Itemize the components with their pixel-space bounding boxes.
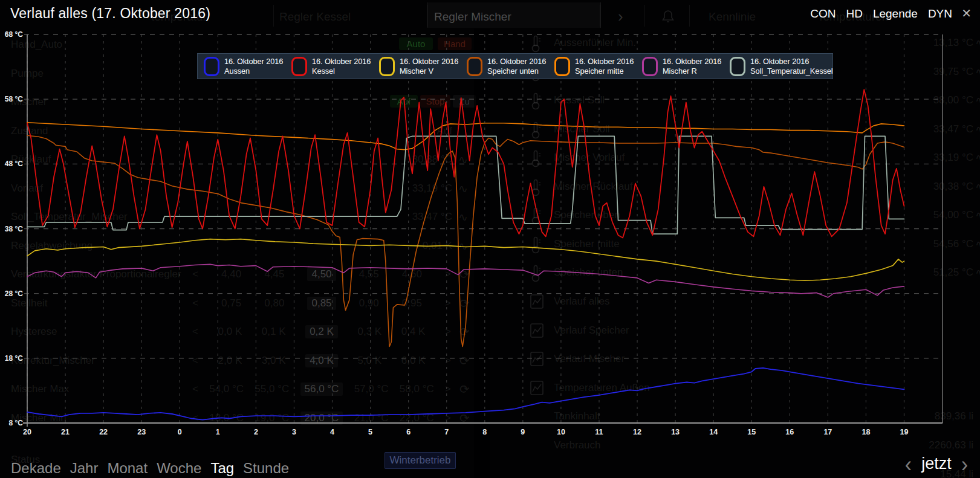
next-icon[interactable]: › (961, 454, 968, 474)
background-value-soll-temperatur-mischer: 33,47 °C (337, 211, 452, 223)
background-row-steilheit: Steilheit (11, 297, 47, 309)
background-carousel-hysterese: <0,0 K0,1 K0,2 K0,3 K0,4 K> (192, 325, 451, 338)
background-tab-separator (427, 5, 427, 27)
carousel-value: 2,0 K (218, 355, 242, 367)
x-tick-label: 17 (823, 428, 832, 436)
background-chart-icon (530, 322, 544, 341)
carousel-value: 22,0 °C (400, 412, 434, 424)
legend-item-speicher-mitte[interactable]: 16. Oktober 2016Speicher mitte (554, 57, 642, 76)
background-row-speicher-oben: Speicher oben (554, 209, 620, 221)
background-alarm-bell-icon (660, 8, 676, 27)
background-value-mischer-soll: 33,47 °C (858, 123, 973, 135)
legend-item-soll-temperatur-kessel[interactable]: 16. Oktober 2016Soll_Temperatur_Kessel (730, 57, 833, 76)
background-row-hysterese: Hysterese (11, 326, 57, 338)
toolbar-dyn[interactable]: DYN (928, 7, 952, 21)
carousel-value: 5,0 K (357, 355, 381, 367)
sparkline-icon: ∿ (975, 266, 980, 280)
legend-item-speicher-unten[interactable]: 16. Oktober 2016Speicher unten (467, 57, 554, 76)
period-selector: DekadeJahrMonatWocheTagStunde (11, 460, 289, 477)
background-row-mischer-soll: Mischer Soll (554, 123, 610, 135)
carousel-value: 4,55 (359, 268, 379, 280)
background-row-mischer-vorlauf: Mischer Vorlauf (554, 152, 625, 164)
legend-label: 16. Oktober 2016Mischer V (400, 57, 458, 76)
toolbar-con[interactable]: CON (810, 7, 836, 21)
chart-toolbar: CONHDLegendeDYN (810, 7, 952, 21)
x-tick-label: 15 (747, 428, 756, 436)
x-tick-label: 0 (178, 428, 182, 436)
background-selected-tab-box (427, 2, 601, 28)
period-monat[interactable]: Monat (107, 460, 148, 477)
toolbar-legende[interactable]: Legende (873, 7, 918, 21)
background-value-zustand: Auf (337, 125, 452, 137)
carousel-value: 0,3 K (357, 326, 381, 338)
y-tick-label: 48 °C (5, 160, 23, 168)
background-row-soll-temperatur-mischer: Soll_Temperatur_Mischer (11, 211, 128, 223)
background-row-r-cklauf: Rücklauf (11, 153, 51, 166)
carousel-value: 0,1 K (262, 326, 286, 338)
prev-icon[interactable]: ‹ (905, 454, 912, 474)
x-tick-label: 13 (671, 428, 680, 436)
background-row-korrektur-mischer: Korrektur_Mischer (11, 355, 95, 367)
period-tag[interactable]: Tag (210, 460, 234, 477)
background-thermometer-icon (530, 236, 542, 256)
refresh-icon: ⟳ (459, 296, 470, 311)
sparkline-icon: ∿ (975, 94, 980, 108)
carousel-prev-icon: < (192, 412, 198, 424)
now-button[interactable]: jetzt (921, 454, 952, 473)
background-carousel-mischer-max: <54,0 °C55,0 °C56,0 °C57,0 °C58,0 °C> (192, 383, 451, 396)
background-button-hand: Hand (438, 37, 472, 50)
period-stunde[interactable]: Stunde (243, 460, 289, 477)
series-speicher-mitte (27, 123, 904, 150)
carousel-value: 58,0 °C (400, 383, 434, 395)
carousel-value: 6,0 K (401, 355, 426, 367)
sparkline-icon: ∿ (458, 182, 468, 196)
background-value-mischer-vorlauf: 33,19 °C (858, 152, 973, 164)
close-icon[interactable]: ✕ (961, 6, 972, 21)
background-thermometer-icon (530, 264, 542, 285)
legend-swatch-speicher-unten (467, 57, 482, 76)
sparkline-icon: ∿ (458, 153, 468, 167)
background-value-kessel-ist: 39,75 °C (858, 66, 973, 78)
period-woche[interactable]: Woche (157, 460, 201, 477)
background-thermometer-icon (530, 207, 542, 227)
background-tab-regler-mischer: Regler Mischer (434, 10, 511, 24)
x-tick-label: 7 (444, 428, 449, 436)
sparkline-icon: ∿ (975, 151, 980, 165)
carousel-next-icon: > (445, 383, 451, 395)
x-tick-label: 16 (785, 428, 794, 436)
carousel-value: 0,4 K (401, 326, 426, 338)
carousel-value: 4,50 (307, 268, 336, 281)
legend-item-mischer-r[interactable]: 16. Oktober 2016Mischer R (642, 57, 730, 76)
sparkline-icon: ∿ (975, 208, 980, 222)
toolbar-hd[interactable]: HD (846, 7, 862, 21)
background-row-mischer-r-cklauf: Mischer Rücklauf (554, 181, 632, 193)
carousel-prev-icon: < (192, 297, 198, 309)
background-button-stop: Stop (420, 95, 450, 108)
background-row-pumpe: Pumpe (11, 68, 44, 80)
background-value-aussenf-hler-min: 13,13 °C (858, 37, 973, 49)
background-panel-divider (474, 28, 490, 478)
background-tab-regler-kessel: Regler Kessel (279, 10, 351, 24)
carousel-value: 21,0 °C (354, 412, 389, 424)
legend-label: 16. Oktober 2016Kessel (312, 57, 371, 76)
background-tab-kennlinie: Kennlinie (709, 10, 756, 24)
sparkline-icon: ∿ (975, 237, 980, 251)
background-row-aussenf-hler-min: Aussenfühler Min. (554, 37, 636, 49)
background-row-verlauf-alles: Verlauf alles (554, 296, 610, 308)
legend-item-aussen[interactable]: 16. Oktober 2016Aussen (204, 57, 291, 76)
carousel-value: 4,60 (402, 268, 422, 280)
legend-item-mischer-v[interactable]: 16. Oktober 2016Mischer V (379, 57, 467, 76)
carousel-value: 18,0 °C (209, 412, 244, 424)
legend-item-kessel[interactable]: 16. Oktober 2016Kessel (291, 57, 379, 76)
sparkline-icon: ∿ (975, 180, 980, 194)
period-jahr[interactable]: Jahr (70, 460, 99, 477)
background-carousel-mischer-min: <18,0 °C19,0 °C20,0 °C21,0 °C22,0 °C> (192, 412, 451, 425)
period-dekade[interactable]: Dekade (11, 460, 61, 477)
carousel-value: 20,0 °C (300, 412, 343, 425)
carousel-value: 4,0 K (305, 354, 338, 367)
y-tick-label: 28 °C (5, 289, 23, 298)
carousel-next-icon: > (445, 268, 451, 280)
legend-label: 16. Oktober 2016Mischer R (663, 57, 721, 76)
sparkline-icon: ∿ (975, 36, 980, 50)
background-row-mischer: Mischer (11, 96, 47, 108)
